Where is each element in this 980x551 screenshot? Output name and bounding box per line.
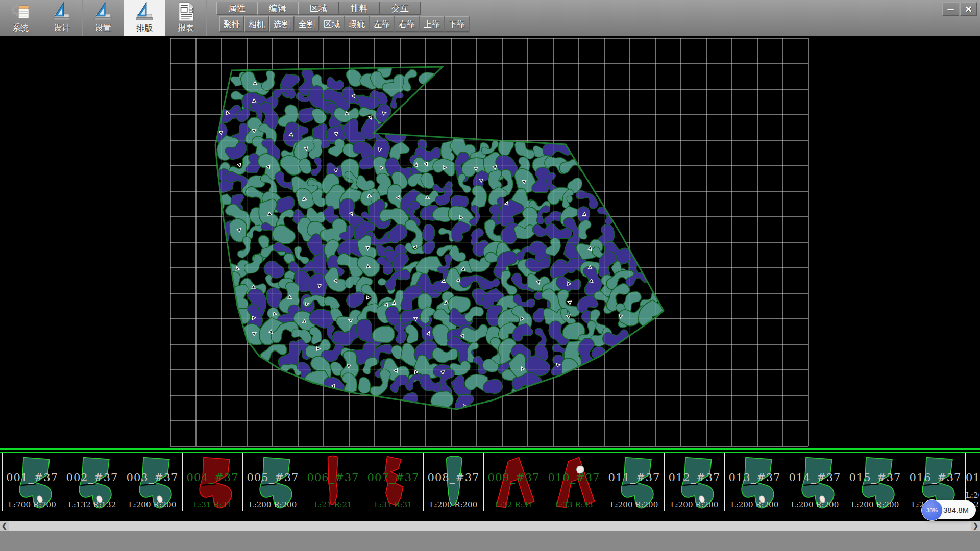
- toolbar: 系统设计设置排版报表 属性编辑区域排料交互 聚排相机选割全割区域瑕疵左靠右靠上靠…: [0, 0, 980, 36]
- piece-id-label: 015_#37: [845, 471, 905, 484]
- piece-id-label: 002_#37: [62, 471, 122, 484]
- tool-button-4[interactable]: 全割: [295, 16, 319, 32]
- piece-thumbnail-10[interactable]: 010_#37L:33 R:33: [544, 453, 604, 511]
- tool-button-1[interactable]: 聚排: [219, 16, 244, 32]
- menu-button-5[interactable]: 交互: [380, 2, 421, 15]
- piece-thumbnail-1[interactable]: 001_#37L:700 R:700: [2, 453, 62, 511]
- tool-button-5[interactable]: 区域: [320, 16, 344, 32]
- bottom-bar: [0, 531, 980, 551]
- piece-filmstrip: 001_#37L:700 R:700002_#37L:132 R:132003_…: [0, 448, 980, 521]
- piece-id-label: 003_#37: [122, 471, 182, 484]
- piece-thumbnail-15[interactable]: 015_#37L:200 R:200: [845, 453, 905, 511]
- piece-id-label: 005_#37: [243, 471, 303, 484]
- piece-thumbnail-4[interactable]: 004_#37L:31 R:31: [183, 453, 243, 511]
- piece-id-label: 010_#37: [544, 471, 604, 484]
- strip-separator-line: [0, 448, 980, 450]
- piece-id-label: 011_#37: [604, 471, 664, 484]
- mode-tab-label: 报表: [178, 23, 194, 34]
- piece-thumbnail-6[interactable]: 006_#37L:21 R:21: [303, 453, 363, 511]
- piece-thumbnail-11[interactable]: 011_#37L:200 R:200: [604, 453, 665, 511]
- progress-size-label: 384.8M: [943, 506, 969, 514]
- piece-id-label: 013_#37: [725, 471, 785, 484]
- piece-id-label: 017_#37: [966, 471, 979, 484]
- piece-id-label: 001_#37: [3, 471, 62, 484]
- tool-row: 聚排相机选割全割区域瑕疵左靠右靠上靠下靠: [219, 16, 470, 33]
- piece-lr-count-label: L:132 R:132: [62, 500, 122, 509]
- piece-list: 001_#37L:700 R:700002_#37L:132 R:132003_…: [2, 453, 979, 512]
- piece-lr-count-label: L:31 R:31: [183, 500, 242, 509]
- piece-lr-count-label: L:33 R:33: [544, 500, 604, 509]
- piece-thumbnail-9[interactable]: 009_#37L:32 R:31: [484, 453, 544, 511]
- piece-lr-count-label: L:200 R:200: [424, 500, 483, 509]
- scroll-right-arrow-icon[interactable]: ❯: [971, 521, 980, 531]
- piece-lr-count-label: L:200 R:200: [243, 500, 303, 509]
- tool-button-9[interactable]: 上靠: [420, 16, 444, 32]
- settings-ruler-icon: [92, 1, 114, 22]
- piece-lr-count-label: L:200 R:200: [665, 500, 724, 509]
- menu-button-2[interactable]: 编辑: [257, 2, 298, 15]
- piece-thumbnail-12[interactable]: 012_#37L:200 R:200: [665, 453, 725, 511]
- piece-lr-count-label: L:200 R:200: [845, 500, 905, 509]
- piece-lr-count-label: L:21 R:21: [303, 500, 363, 509]
- piece-id-label: 014_#37: [785, 471, 845, 484]
- piece-lr-count-label: L:200 R:200: [122, 500, 182, 509]
- mode-tab-5[interactable]: 报表: [165, 0, 207, 36]
- window-controls: ─ ✕: [942, 2, 977, 16]
- piece-thumbnail-14[interactable]: 014_#37L:200 R:200: [785, 453, 845, 511]
- piece-id-label: 008_#37: [424, 471, 483, 484]
- piece-thumbnail-7[interactable]: 007_#37L:31 R:31: [363, 453, 424, 511]
- piece-lr-count-label: L:200 R:200: [604, 500, 664, 509]
- piece-thumbnail-13[interactable]: 013_#37L:200 R:200: [725, 453, 785, 511]
- piece-lr-count-label: L:700 R:700: [3, 500, 62, 509]
- menu-button-1[interactable]: 属性: [216, 2, 257, 15]
- piece-lr-count-label: L:200 R:200: [725, 500, 785, 509]
- scroll-left-arrow-icon[interactable]: ❮: [0, 521, 9, 531]
- tool-button-6[interactable]: 瑕疵: [345, 16, 369, 32]
- mode-tab-label: 系统: [12, 23, 29, 34]
- mode-tab-label: 设计: [54, 23, 70, 34]
- mode-tab-1[interactable]: 系统: [0, 0, 41, 36]
- mode-tab-label: 排版: [136, 23, 153, 34]
- piece-lr-count-label: L:200 R:200: [785, 500, 845, 509]
- system-gear-icon: [10, 1, 31, 22]
- menu-button-3[interactable]: 区域: [298, 2, 339, 15]
- tool-button-2[interactable]: 相机: [244, 16, 269, 32]
- piece-thumbnail-3[interactable]: 003_#37L:200 R:200: [122, 453, 183, 511]
- download-progress-badge[interactable]: 38% 384.8M: [922, 500, 976, 519]
- minimize-button[interactable]: ─: [942, 2, 959, 16]
- piece-id-label: 006_#37: [303, 471, 363, 484]
- piece-lr-count-label: L:32 R:31: [484, 500, 544, 509]
- piece-lr-count-label: L:31 R:31: [363, 500, 423, 509]
- close-button[interactable]: ✕: [960, 2, 977, 16]
- tool-button-8[interactable]: 右靠: [395, 16, 419, 32]
- design-ruler-icon: [51, 1, 72, 22]
- tool-button-7[interactable]: 左靠: [370, 16, 394, 32]
- tool-button-10[interactable]: 下靠: [445, 16, 469, 32]
- menu-row: 属性编辑区域排料交互: [216, 2, 421, 15]
- piece-id-label: 009_#37: [484, 471, 544, 484]
- mode-tab-label: 设置: [95, 23, 111, 34]
- nesting-app-window: 系统设计设置排版报表 属性编辑区域排料交互 聚排相机选割全割区域瑕疵左靠右靠上靠…: [0, 0, 980, 551]
- piece-id-label: 012_#37: [665, 471, 724, 484]
- horizontal-scrollbar[interactable]: ❮ ❯: [0, 521, 980, 531]
- piece-id-label: 007_#37: [363, 471, 423, 484]
- mode-tabs: 系统设计设置排版报表: [0, 0, 207, 36]
- mode-tab-2[interactable]: 设计: [41, 0, 83, 36]
- nesting-ruler-icon: [134, 1, 155, 22]
- piece-thumbnail-2[interactable]: 002_#37L:132 R:132: [62, 453, 122, 511]
- progress-circle: 38%: [921, 499, 943, 521]
- mode-tab-3[interactable]: 设置: [83, 0, 124, 36]
- piece-thumbnail-8[interactable]: 008_#37L:200 R:200: [424, 453, 484, 511]
- piece-id-label: 004_#37: [183, 471, 242, 484]
- piece-thumbnail-5[interactable]: 005_#37L:200 R:200: [243, 453, 303, 511]
- report-icon: [175, 1, 197, 22]
- tool-button-3[interactable]: 选割: [270, 16, 294, 32]
- mode-tab-4[interactable]: 排版: [124, 0, 165, 36]
- menu-button-4[interactable]: 排料: [339, 2, 380, 15]
- piece-id-label: 016_#37: [905, 471, 965, 484]
